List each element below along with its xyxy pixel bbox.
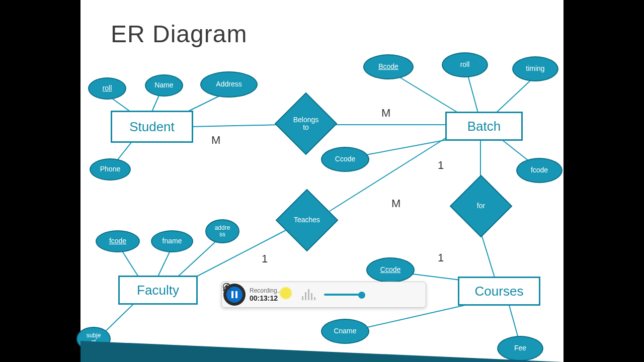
svg-line-6: [395, 74, 463, 116]
rel-for: for: [451, 176, 511, 236]
attr-batch-ccode: Ccode: [321, 147, 369, 172]
rel-belongs-to: Belongs to: [276, 94, 336, 154]
card-for-top: 1: [438, 159, 444, 172]
card-belongs-right: M: [381, 107, 390, 120]
volume-slider[interactable]: [324, 294, 364, 296]
attr-student-address: Address: [200, 71, 258, 98]
attr-batch-bcode: Bcode: [363, 54, 414, 79]
attr-faculty-address: addre ss: [205, 219, 239, 243]
card-belongs-left: M: [211, 134, 220, 147]
card-teaches-left: 1: [262, 252, 268, 265]
slide-footer-decoration: [80, 341, 564, 362]
entity-batch: Batch: [445, 112, 523, 141]
svg-line-4: [190, 125, 282, 127]
recorder-toolbar: Recording... 00:13:12 +: [221, 282, 426, 308]
attr-courses-cname: Cname: [321, 319, 369, 344]
attr-faculty-fname: fname: [151, 230, 193, 252]
svg-line-7: [468, 75, 478, 113]
attr-student-roll: roll: [88, 77, 126, 100]
audio-level-icon: [302, 289, 317, 300]
attr-courses-ccode: Ccode: [366, 257, 415, 283]
attr-student-name: Name: [145, 74, 183, 97]
annotate-icon[interactable]: [391, 289, 403, 300]
rel-teaches: Teaches: [277, 190, 337, 250]
card-teaches-right: M: [391, 197, 400, 210]
svg-line-8: [493, 75, 536, 116]
attr-student-phone: Phone: [90, 158, 131, 180]
attr-batch-fcode: fcode: [516, 158, 562, 183]
card-for-bottom: 1: [438, 251, 444, 264]
attr-batch-timing: timing: [512, 56, 558, 81]
cursor-highlight: [279, 287, 292, 300]
entity-faculty: Faculty: [118, 276, 198, 305]
attr-faculty-fcode: fcode: [96, 230, 140, 252]
attr-batch-roll: roll: [442, 52, 488, 77]
webcam-icon[interactable]: +: [374, 289, 385, 300]
svg-line-12: [480, 231, 496, 281]
entity-student: Student: [111, 111, 193, 143]
entity-courses: Courses: [458, 277, 540, 306]
